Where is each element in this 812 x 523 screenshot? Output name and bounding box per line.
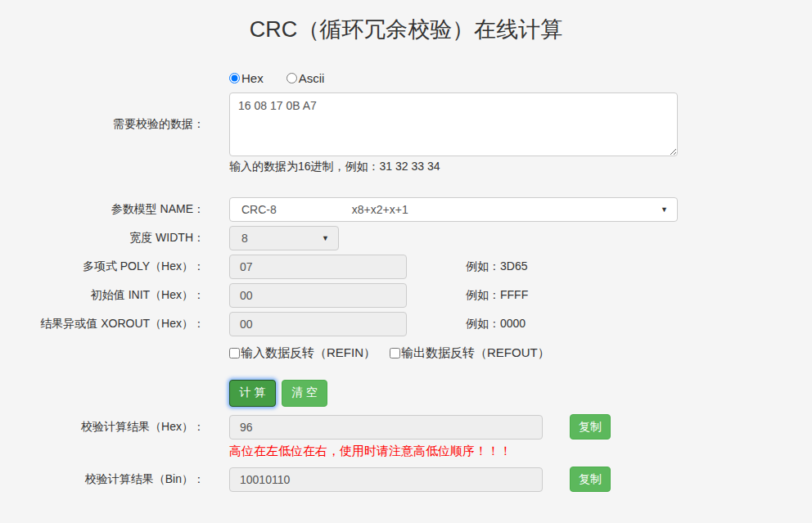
init-label: 初始值 INIT（Hex）： bbox=[0, 287, 205, 304]
reflect-row: 输入数据反转（REFIN） 输出数据反转（REFOUT） bbox=[0, 345, 688, 360]
ascii-radio-option[interactable]: Ascii bbox=[286, 71, 325, 85]
data-input-row: 需要校验的数据： 16 08 17 0B A7 bbox=[0, 92, 688, 156]
poly-row: 多项式 POLY（Hex）： 例如：3D65 bbox=[0, 255, 688, 279]
result-bin-row: 校验计算结果（Bin）： 复制 bbox=[0, 467, 688, 492]
result-bin-input[interactable] bbox=[229, 467, 543, 492]
crc-model-select[interactable]: CRC-8 x8+x2+x+1 ▼ bbox=[229, 197, 678, 222]
hex-radio[interactable] bbox=[229, 73, 240, 83]
crc-model-name: CRC-8 bbox=[241, 203, 277, 216]
poly-example: 例如：3D65 bbox=[466, 259, 527, 274]
data-input-label: 需要校验的数据： bbox=[0, 116, 205, 133]
xorout-input[interactable] bbox=[229, 312, 407, 336]
result-hex-label: 校验计算结果（Hex）： bbox=[0, 419, 205, 435]
init-example: 例如：FFFF bbox=[466, 288, 528, 303]
hex-radio-option[interactable]: Hex bbox=[229, 71, 264, 85]
ascii-radio[interactable] bbox=[286, 73, 297, 83]
result-bin-label: 校验计算结果（Bin）： bbox=[0, 471, 205, 488]
crc-model-formula: x8+x2+x+1 bbox=[352, 203, 408, 216]
action-buttons-row: 计 算 清 空 bbox=[0, 379, 688, 407]
xorout-label: 结果异或值 XOROUT（Hex）： bbox=[0, 316, 205, 332]
result-hex-row: 校验计算结果（Hex）： 复制 bbox=[0, 414, 688, 440]
width-row: 宽度 WIDTH： 8 ▼ bbox=[0, 226, 688, 250]
copy-bin-button[interactable]: 复制 bbox=[570, 467, 611, 492]
refout-label: 输出数据反转（REFOUT） bbox=[401, 345, 550, 361]
copy-hex-button[interactable]: 复制 bbox=[570, 414, 611, 440]
width-select-value: 8 bbox=[241, 232, 248, 245]
chevron-down-icon: ▼ bbox=[322, 234, 329, 242]
init-row: 初始值 INIT（Hex）： 例如：FFFF bbox=[0, 283, 688, 308]
poly-label: 多项式 POLY（Hex）： bbox=[0, 259, 205, 275]
calculate-button[interactable]: 计 算 bbox=[229, 380, 276, 407]
input-mode-row: Hex Ascii bbox=[0, 70, 688, 86]
data-input-hint: 输入的数据为16进制，例如：31 32 33 34 bbox=[0, 160, 688, 174]
data-textarea[interactable]: 16 08 17 0B A7 bbox=[229, 92, 678, 156]
poly-input[interactable] bbox=[229, 255, 407, 279]
refout-checkbox-option[interactable]: 输出数据反转（REFOUT） bbox=[390, 345, 550, 361]
clear-button[interactable]: 清 空 bbox=[282, 380, 327, 407]
init-input[interactable] bbox=[229, 283, 407, 308]
chevron-down-icon: ▼ bbox=[661, 205, 668, 214]
byte-order-warning: 高位在左低位在右，使用时请注意高低位顺序！！！ bbox=[0, 444, 688, 458]
refin-checkbox-option[interactable]: 输入数据反转（REFIN） bbox=[229, 345, 376, 361]
model-label: 参数模型 NAME： bbox=[0, 201, 205, 218]
hex-radio-label: Hex bbox=[241, 71, 264, 85]
result-hex-input[interactable] bbox=[229, 415, 543, 440]
width-label: 宽度 WIDTH： bbox=[0, 230, 205, 246]
width-select[interactable]: 8 ▼ bbox=[229, 226, 339, 250]
xorout-row: 结果异或值 XOROUT（Hex）： 例如：0000 bbox=[0, 312, 688, 336]
xorout-example: 例如：0000 bbox=[466, 317, 526, 331]
model-row: 参数模型 NAME： CRC-8 x8+x2+x+1 ▼ bbox=[0, 197, 688, 222]
page-title: CRC（循环冗余校验）在线计算 bbox=[0, 15, 812, 44]
ascii-radio-label: Ascii bbox=[299, 71, 325, 85]
refin-checkbox[interactable] bbox=[229, 348, 240, 358]
crc-calculator-page: CRC（循环冗余校验）在线计算 Hex Ascii 需要校验的数据： 16 08… bbox=[0, 0, 812, 492]
refout-checkbox[interactable] bbox=[390, 348, 400, 358]
refin-label: 输入数据反转（REFIN） bbox=[241, 345, 376, 361]
